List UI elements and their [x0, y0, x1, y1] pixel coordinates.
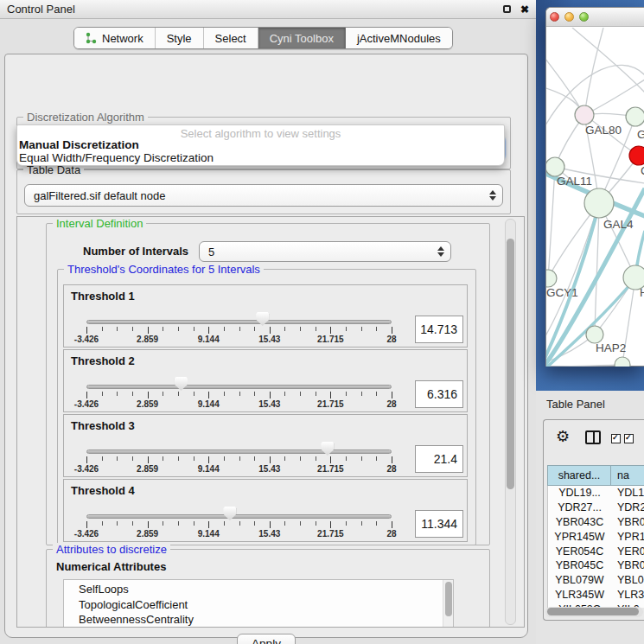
- tab-network[interactable]: Network: [74, 28, 156, 48]
- tick-mark: [316, 392, 316, 396]
- column-header-shared-[interactable]: shared...: [548, 466, 611, 485]
- tick-mark: [117, 456, 118, 461]
- network-node-label: GAL4: [603, 218, 634, 231]
- vertical-scrollbar[interactable]: [505, 219, 516, 625]
- numerical-attribute-item[interactable]: TopologicalCoefficient: [64, 597, 453, 613]
- threshold-value-field[interactable]: 14.713: [415, 316, 463, 343]
- tick-mark: [270, 456, 271, 463]
- split-columns-icon[interactable]: [585, 430, 601, 444]
- tick-mark: [316, 327, 316, 331]
- table-cell: YDL19...: [548, 486, 611, 501]
- tick-label: 21.715: [317, 335, 344, 344]
- tick-mark: [346, 392, 347, 396]
- network-node[interactable]: [615, 357, 630, 367]
- tick-mark: [224, 392, 225, 396]
- network-node-gal11[interactable]: [546, 157, 564, 176]
- table-data-value: galFiltered.sif default node: [34, 185, 165, 207]
- minimize-traffic-light[interactable]: [564, 12, 574, 22]
- group-title: Attributes to discretize: [53, 543, 170, 556]
- column-header-na[interactable]: na: [611, 466, 644, 485]
- network-node-ga[interactable]: [626, 107, 644, 126]
- network-node-gal4[interactable]: [584, 188, 614, 218]
- list-scrollbar[interactable]: [443, 580, 453, 628]
- algorithm-option-equal-width-frequency-discretization[interactable]: Equal Width/Frequency Discretization: [17, 151, 504, 164]
- tick-mark: [178, 456, 179, 461]
- tick-mark: [148, 327, 149, 334]
- slider-track[interactable]: [86, 514, 392, 519]
- table-data-combobox[interactable]: galFiltered.sif default node: [24, 184, 503, 207]
- threshold-value-field[interactable]: 21.4: [415, 445, 463, 473]
- slider-track[interactable]: [86, 320, 392, 324]
- tick-mark: [376, 327, 377, 331]
- algorithm-option-manual-discretization[interactable]: Manual Discretization: [17, 138, 504, 151]
- tick-mark: [208, 327, 209, 334]
- tick-mark: [102, 327, 103, 331]
- table-row[interactable]: YBR045CYBR0: [548, 558, 644, 573]
- tick-mark: [254, 521, 255, 526]
- tick-mark: [376, 392, 377, 396]
- table-row[interactable]: YPR145WYPR1: [548, 530, 644, 545]
- tick-mark: [132, 392, 133, 396]
- table-cell: YER054C: [548, 545, 611, 559]
- gear-icon[interactable]: ⚙: [556, 427, 570, 445]
- table-cell: YPR145W: [548, 530, 611, 545]
- tick-mark: [224, 456, 225, 461]
- vertical-scrollbar-thumb[interactable]: [507, 239, 514, 489]
- close-icon[interactable]: ✖: [520, 0, 529, 19]
- table-row[interactable]: YBR043CYBR0: [548, 515, 644, 530]
- tick-mark: [316, 456, 316, 461]
- table-cell: YPR1: [611, 530, 644, 545]
- network-node-hap2[interactable]: [586, 326, 603, 343]
- tick-mark: [316, 521, 316, 526]
- tab-cyni-toolbox[interactable]: Cyni Toolbox: [258, 28, 346, 48]
- tick-label: 28: [386, 529, 396, 539]
- tab-jactivemnodules[interactable]: jActiveMNodules: [346, 28, 452, 48]
- apply-button[interactable]: Apply: [237, 634, 296, 644]
- table-cell: YBR043C: [548, 515, 611, 530]
- close-traffic-light[interactable]: [550, 12, 559, 22]
- network-node-gcy1[interactable]: [546, 270, 557, 287]
- numerical-attribute-item[interactable]: SelfLoops: [64, 582, 453, 597]
- threshold-value-field[interactable]: 11.344: [415, 510, 463, 538]
- float-icon[interactable]: [503, 5, 511, 13]
- tick-label: 21.715: [317, 399, 344, 409]
- checkbox-icon[interactable]: [611, 434, 621, 443]
- list-scrollbar-thumb[interactable]: [445, 582, 452, 616]
- zoom-traffic-light[interactable]: [579, 12, 589, 22]
- horizontal-scrollbar[interactable]: [545, 607, 643, 617]
- number-of-intervals-combobox[interactable]: 5: [199, 241, 451, 262]
- tick-mark: [254, 327, 255, 331]
- interval-definition-group: Interval Definition Number of Intervals …: [46, 223, 490, 545]
- threshold-value-field[interactable]: 6.316: [415, 380, 463, 408]
- settings-scroll-area: Interval Definition Number of Intervals …: [16, 216, 525, 628]
- network-node-label: HAP2: [596, 341, 626, 354]
- tick-label: 28: [386, 464, 396, 474]
- table-row[interactable]: YDL19...YDL1: [548, 486, 644, 501]
- tick-mark: [178, 521, 179, 526]
- threshold-panel: Threshold 2-3.4262.8599.14415.4321.71528…: [63, 349, 468, 412]
- horizontal-scrollbar-thumb[interactable]: [547, 608, 639, 615]
- table-data-group: Table Data galFiltered.sif default node: [16, 169, 511, 214]
- network-node-label: GAL80: [585, 124, 622, 137]
- slider-track[interactable]: [86, 450, 392, 454]
- slider-track[interactable]: [86, 385, 392, 389]
- table-row[interactable]: YBL079WYBL0: [548, 573, 644, 588]
- tab-select[interactable]: Select: [204, 28, 258, 48]
- network-window-titlebar[interactable]: [546, 8, 644, 27]
- table-row[interactable]: YDR27...YDR2: [548, 501, 644, 515]
- numerical-attribute-item[interactable]: BetweennessCentrality: [64, 612, 453, 628]
- network-node-c[interactable]: [629, 146, 644, 165]
- table-row[interactable]: YER054CYER0: [548, 545, 644, 559]
- table-row[interactable]: YLR345WYLR3: [548, 588, 644, 603]
- tick-label: 2.859: [137, 529, 158, 539]
- network-node-gal80[interactable]: [575, 105, 594, 124]
- table-browser: ⚙ shared...na YDL19...YDL1YDR27...YDR2YB…: [543, 419, 644, 621]
- checkbox-icon[interactable]: [624, 434, 634, 443]
- network-graph: GAL80GACGAL11GAL4GCY1HHAP2: [546, 28, 644, 367]
- tick-mark: [208, 456, 209, 463]
- numerical-attributes-list[interactable]: SelfLoopsTopologicalCoefficientBetweenne…: [63, 579, 454, 628]
- control-panel: Control Panel ✖ NetworkStyleSelectCyni T…: [0, 0, 536, 644]
- tab-style[interactable]: Style: [156, 28, 204, 48]
- tick-mark: [148, 521, 149, 528]
- tick-mark: [270, 392, 271, 399]
